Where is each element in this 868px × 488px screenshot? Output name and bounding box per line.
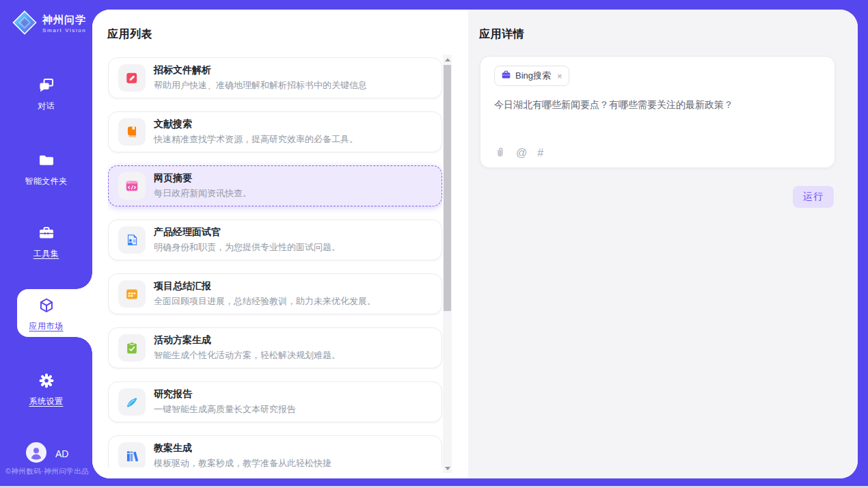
browser-icon (118, 172, 146, 200)
prompt-input[interactable]: 今日湖北有哪些新闻要点？有哪些需要关注的最新政策？ (494, 98, 821, 112)
sidebar-item-settings[interactable]: 系统设置 (0, 371, 92, 407)
copyright-text: ©神州数码·神州问学出品 (5, 467, 89, 476)
logo-diamond-icon (12, 10, 38, 38)
app-card-desc: 每日政府新闻资讯快查。 (154, 187, 252, 200)
clipboard-check-icon (118, 334, 146, 362)
books-icon (118, 442, 146, 467)
brand-logo[interactable]: 神州问学 Smart Vision (12, 10, 86, 38)
app-card-title: 网页摘要 (154, 172, 252, 185)
app-card-title: 教案生成 (154, 442, 331, 455)
briefcase-icon (501, 70, 511, 82)
chat-icon (37, 76, 56, 95)
app-card-desc: 智能生成个性化活动方案，轻松解决规划难题。 (154, 349, 340, 362)
app-card[interactable]: 产品经理面试官 明确身份和职责，为您提供专业性的面试问题。 (108, 219, 442, 260)
cube-icon (37, 296, 56, 315)
prompt-toolbar: @ # (494, 146, 543, 160)
app-card-title: 研究报告 (154, 388, 296, 401)
chip-close-icon[interactable]: × (557, 71, 562, 81)
sidebar-item-label: 应用市场 (0, 321, 92, 332)
user-account[interactable]: AD (26, 442, 68, 465)
tool-chip-label: Bing搜索 (515, 70, 551, 82)
scroll-down-button[interactable] (443, 463, 452, 473)
triangle-down-icon (445, 467, 450, 470)
app-card[interactable]: 文献搜索 快速精准查找学术资源，提高研究效率的必备工具。 (108, 111, 442, 152)
app-card[interactable]: 教案生成 模板驱动，教案秒成，教学准备从此轻松快捷 (108, 435, 442, 467)
app-card-desc: 模板驱动，教案秒成，教学准备从此轻松快捷 (154, 457, 331, 467)
app-list-title: 应用列表 (107, 27, 152, 42)
app-list-panel: 应用列表 招标文件解析 帮助用户快速、准确地理解和解析招标书中的关键信息 文献搜… (92, 10, 468, 478)
app-card-title: 招标文件解析 (154, 64, 367, 77)
doc-edit-icon (118, 64, 146, 92)
app-card-title: 文献搜索 (154, 118, 358, 131)
sidebar-item-label: 系统设置 (0, 396, 92, 407)
app-card-title: 项目总结汇报 (154, 280, 376, 293)
app-card-desc: 一键智能生成高质量长文本研究报告 (154, 403, 296, 416)
gear-icon (37, 371, 56, 390)
scroll-up-button[interactable] (443, 55, 452, 64)
app-card-list: 招标文件解析 帮助用户快速、准确地理解和解析招标书中的关键信息 文献搜索 快速精… (108, 57, 442, 467)
toolbox-icon (37, 223, 56, 243)
brand-name: 神州问学 (42, 14, 86, 26)
tool-chip-bing-search[interactable]: Bing搜索 × (494, 66, 569, 86)
app-card-desc: 明确身份和职责，为您提供专业性的面试问题。 (154, 241, 340, 254)
app-detail-panel: 应用详情 Bing搜索 × 今日湖北有哪些新闻要点？有哪些需要关注的最新政策？ (468, 10, 858, 478)
app-card-title: 产品经理面试官 (154, 226, 340, 239)
prompt-card: Bing搜索 × 今日湖北有哪些新闻要点？有哪些需要关注的最新政策？ @ # (480, 56, 835, 168)
sidebar: 神州问学 Smart Vision 对话 智能文件夹 工具集 应用市场 (0, 0, 92, 488)
triangle-up-icon (445, 58, 450, 62)
at-icon[interactable]: @ (516, 148, 527, 159)
sidebar-item-label: 工具集 (0, 248, 92, 260)
scrollbar-thumb[interactable] (444, 65, 451, 311)
sidebar-item-label: 对话 (0, 100, 92, 112)
sidebar-item-app-market[interactable]: 应用市场 (0, 296, 92, 329)
app-card[interactable]: 研究报告 一键智能生成高质量长文本研究报告 (108, 381, 442, 422)
app-card[interactable]: 活动方案生成 智能生成个性化活动方案，轻松解决规划难题。 (108, 327, 442, 368)
hash-icon[interactable]: # (537, 148, 543, 159)
sidebar-item-smart-folder[interactable]: 智能文件夹 (0, 151, 92, 187)
interview-icon (118, 226, 146, 254)
app-card[interactable]: 项目总结汇报 全面回顾项目进展，总结经验教训，助力未来优化发展。 (108, 273, 442, 314)
avatar (26, 442, 46, 465)
brand-subtitle: Smart Vision (42, 27, 86, 33)
list-scrollbar[interactable] (443, 55, 452, 473)
user-initials: AD (55, 448, 68, 459)
sidebar-item-label: 智能文件夹 (0, 176, 92, 187)
app-card-desc: 全面回顾项目进展，总结经验教训，助力未来优化发展。 (154, 295, 376, 308)
calendar-icon (118, 280, 146, 308)
sidebar-item-toolset[interactable]: 工具集 (0, 223, 92, 260)
run-button[interactable]: 运行 (793, 186, 834, 208)
app-card-desc: 快速精准查找学术资源，提高研究效率的必备工具。 (154, 133, 358, 146)
app-card[interactable]: 招标文件解析 帮助用户快速、准确地理解和解析招标书中的关键信息 (108, 57, 442, 98)
app-detail-title: 应用详情 (479, 27, 524, 42)
ink-pen-icon (118, 388, 146, 416)
app-card-title: 活动方案生成 (154, 334, 340, 347)
app-card-desc: 帮助用户快速、准确地理解和解析招标书中的关键信息 (154, 79, 367, 92)
sidebar-item-chat[interactable]: 对话 (0, 76, 92, 112)
app-card[interactable]: 网页摘要 每日政府新闻资讯快查。 (108, 165, 442, 206)
book-icon (118, 118, 146, 146)
main-content: 应用列表 招标文件解析 帮助用户快速、准确地理解和解析招标书中的关键信息 文献搜… (92, 10, 858, 478)
folder-icon (37, 151, 56, 170)
paperclip-icon[interactable] (494, 146, 506, 160)
